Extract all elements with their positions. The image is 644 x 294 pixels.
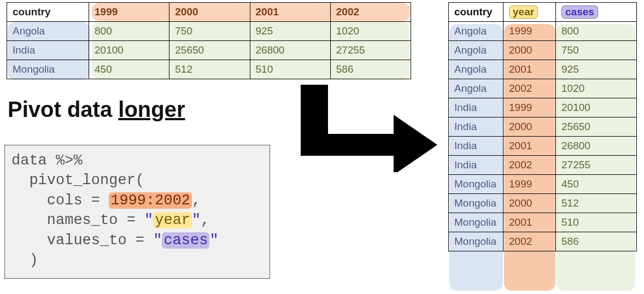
cell-cases: 925 (556, 60, 637, 79)
cell-cases: 586 (556, 232, 637, 251)
table-row: Mongolia2000512 (449, 194, 637, 213)
cell-country: Angola (449, 22, 504, 41)
long-header-year: year (504, 3, 556, 22)
highlight-values-to: cases (162, 232, 209, 249)
cell-year: 2000 (504, 194, 556, 213)
cell-country: Mongolia (449, 232, 504, 251)
cell-year: 2001 (504, 213, 556, 232)
table-row: India199920100 (449, 98, 637, 117)
code-token: , (201, 212, 209, 228)
cell-country: Mongolia (449, 194, 504, 213)
table-row: India200227255 (449, 156, 637, 175)
cell-country: Angola (449, 79, 504, 98)
cell-cases: 25650 (556, 117, 637, 137)
cell-cases: 510 (556, 213, 637, 232)
cell-year: 2001 (504, 137, 556, 156)
chip-cases: cases (561, 5, 598, 19)
page-title: Pivot data longer (8, 97, 185, 122)
cell-country: India (449, 137, 504, 156)
cell-country: Angola (449, 60, 504, 79)
cell-value: 450 (89, 60, 169, 79)
cell-year: 2000 (504, 41, 556, 60)
cell-cases: 27255 (556, 156, 637, 175)
cell-year: 2002 (504, 156, 556, 175)
cell-country: Mongolia (7, 60, 89, 79)
cell-country: India (449, 117, 504, 137)
table-row: India 20100 25650 26800 27255 (7, 41, 411, 60)
cell-value: 1020 (330, 22, 411, 41)
code-token: cols = (11, 192, 109, 209)
wide-header-year: 2001 (250, 3, 330, 22)
cell-country: India (449, 98, 504, 117)
code-token: values_to = (11, 232, 153, 249)
cell-value: 586 (330, 60, 411, 79)
cell-value: 25650 (169, 41, 250, 60)
cell-value: 20100 (89, 41, 169, 60)
table-row: Angola1999800 (449, 22, 637, 41)
highlight-names-to: year (153, 212, 192, 228)
cell-value: 510 (250, 60, 330, 79)
code-token: %>% (56, 152, 83, 169)
table-row: Angola2000750 (449, 41, 637, 60)
code-token: , (192, 192, 201, 209)
arrow-icon (290, 85, 440, 172)
cell-country: India (449, 156, 504, 175)
cell-value: 512 (169, 60, 250, 79)
table-row: Angola20021020 (449, 79, 637, 98)
long-header-cases: cases (556, 3, 637, 22)
cell-cases: 20100 (556, 98, 637, 117)
cell-year: 2002 (504, 79, 556, 98)
table-row: Angola2001925 (449, 60, 637, 79)
wide-table: country 1999 2000 2001 2002 Angola 800 7… (7, 2, 411, 79)
cell-country: India (7, 41, 89, 60)
cell-year: 1999 (504, 22, 556, 41)
cell-country: Angola (7, 22, 89, 41)
cell-cases: 26800 (556, 137, 637, 156)
title-text: Pivot data (8, 97, 118, 121)
cell-value: 925 (250, 22, 330, 41)
code-block: data %>% pivot_longer( cols = 1999:2002,… (4, 145, 270, 279)
code-token: names_to = (11, 212, 144, 228)
cell-cases: 750 (556, 41, 637, 60)
table-row: Mongolia 450 512 510 586 (7, 60, 411, 79)
cell-cases: 450 (556, 175, 637, 194)
table-row: Mongolia2002586 (449, 232, 637, 251)
cell-country: Mongolia (449, 213, 504, 232)
cell-value: 750 (169, 22, 250, 41)
code-token: pivot_longer( (11, 172, 144, 189)
code-token: ) (11, 252, 38, 268)
cell-value: 800 (89, 22, 169, 41)
wide-header-year: 1999 (89, 3, 169, 22)
cell-cases: 1020 (556, 79, 637, 98)
chip-year: year (509, 5, 538, 19)
long-header-country: country (449, 3, 504, 22)
code-token: " (192, 212, 201, 228)
cell-country: Angola (449, 41, 504, 60)
wide-header-country: country (7, 3, 89, 22)
cell-year: 2001 (504, 60, 556, 79)
cell-year: 2000 (504, 117, 556, 137)
wide-header-year: 2000 (169, 3, 250, 22)
code-token: " (209, 232, 218, 249)
long-table: country year cases Angola1999800Angola20… (448, 2, 637, 251)
code-token: data (11, 152, 56, 169)
code-token: " (153, 232, 162, 249)
code-token: " (144, 212, 153, 228)
cell-year: 1999 (504, 175, 556, 194)
table-row: India200025650 (449, 117, 637, 137)
cell-country: Mongolia (449, 175, 504, 194)
title-underlined: longer (118, 97, 185, 121)
table-row: India200126800 (449, 137, 637, 156)
cell-year: 1999 (504, 98, 556, 117)
table-row: Angola 800 750 925 1020 (7, 22, 411, 41)
cell-cases: 800 (556, 22, 637, 41)
highlight-cols: 1999:2002 (109, 192, 192, 209)
cell-year: 2002 (504, 232, 556, 251)
cell-value: 26800 (250, 41, 330, 60)
table-row: Mongolia1999450 (449, 175, 637, 194)
table-row: Mongolia2001510 (449, 213, 637, 232)
cell-value: 27255 (330, 41, 411, 60)
cell-cases: 512 (556, 194, 637, 213)
wide-header-year: 2002 (330, 3, 411, 22)
